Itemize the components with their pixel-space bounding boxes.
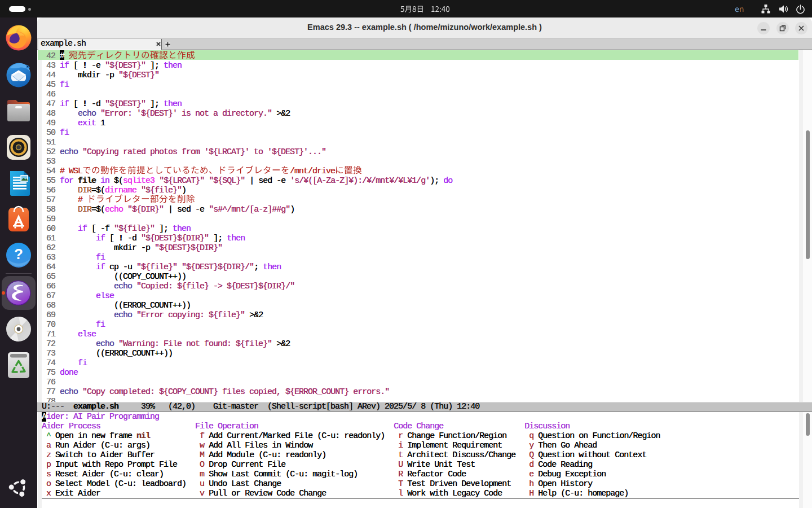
svg-text:?: ? [14, 246, 23, 262]
